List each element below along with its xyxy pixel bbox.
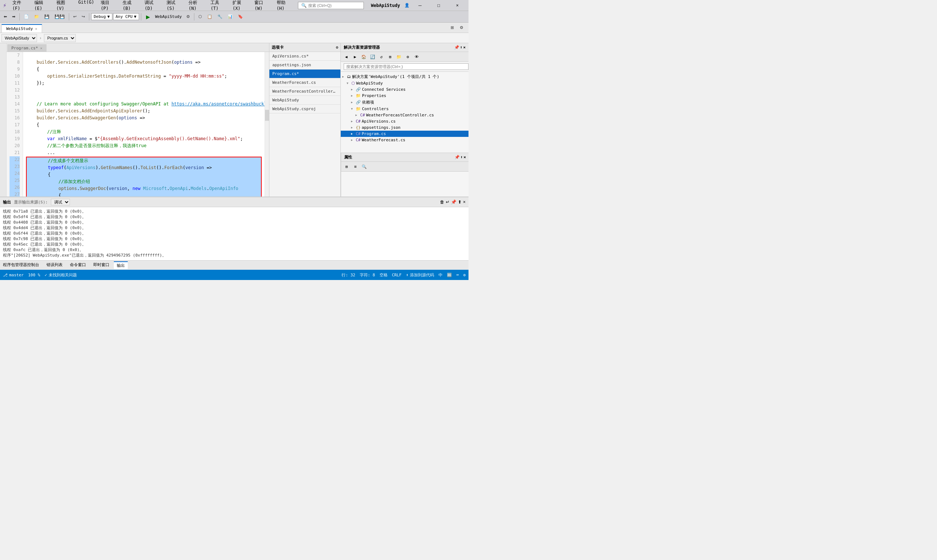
search-input[interactable] (308, 3, 356, 8)
solution-search-input[interactable] (344, 63, 469, 70)
search-box[interactable]: 🔍 (298, 2, 364, 9)
prop-search-btn[interactable]: 🔍 (360, 163, 368, 171)
git-status[interactable]: ⎇ master (3, 273, 24, 277)
menu-analyze[interactable]: 分析(N) (186, 0, 207, 12)
menu-git[interactable]: Git(G) (75, 0, 97, 12)
add-to-source-btn[interactable]: ⬆ 添加到源代码 (406, 272, 434, 278)
tree-apiversions[interactable]: ▶ C# ApiVersions.cs (341, 118, 469, 125)
run-button[interactable]: ▶ (143, 13, 153, 20)
sol-filter-btn[interactable]: ⊞ (386, 53, 394, 61)
tab-program-close[interactable]: ✕ (40, 46, 43, 50)
sol-all-files-btn[interactable]: 📁 (395, 53, 403, 61)
right-tab-webapistudyitem[interactable]: WebApiStudy (269, 96, 340, 105)
maximize-button[interactable]: □ (431, 0, 447, 11)
toolbar-undo[interactable]: ↩ (71, 13, 79, 20)
menu-edit[interactable]: 编辑(E) (31, 0, 53, 12)
toolbar-misc1[interactable]: ⬡ (196, 13, 204, 20)
sol-sync-btn[interactable]: 🔄 (369, 53, 377, 61)
toolbar-open[interactable]: 📁 (32, 13, 42, 20)
tree-weatherforecastcontroller[interactable]: ▶ C# WeatherForecastController.cs (341, 112, 469, 118)
menu-window[interactable]: 窗口(W) (251, 0, 273, 12)
tree-project-webapistudyitem[interactable]: ▼ ⬡ WebApiStudy (341, 80, 469, 86)
tab-webapStudy[interactable]: WebApiStudy ✕ (2, 24, 42, 32)
tree-properties[interactable]: ▶ 📁 Properties (341, 92, 469, 99)
menu-project[interactable]: 项目(P) (98, 0, 119, 12)
menu-help[interactable]: 帮助(H) (274, 0, 295, 12)
output-wrap-btn[interactable]: ↵ (446, 200, 449, 205)
right-tab-webapistudycsproj[interactable]: WebApiStudy.csproj (269, 105, 340, 114)
toolbar-redo[interactable]: ↪ (79, 13, 87, 20)
prop-expand-icon[interactable]: ⬆ (460, 155, 463, 160)
menu-file[interactable]: 文件(F) (9, 0, 31, 12)
minimap-scrollbar[interactable] (265, 52, 269, 197)
cpu-config-dropdown[interactable]: Any CPU ▼ (113, 13, 139, 20)
attach-button[interactable]: ⚙ (184, 13, 192, 20)
output-source-dropdown[interactable]: 调试 (51, 199, 70, 205)
toolbar-misc4[interactable]: 📊 (225, 13, 235, 20)
code-lines[interactable]: builder.Services.AddControllers().AddNew… (23, 52, 265, 197)
output-pin-btn[interactable]: 📌 (451, 200, 456, 205)
prop-pin-icon[interactable]: 📌 (455, 155, 460, 160)
pin-icon[interactable]: 📌 (454, 45, 459, 50)
split-view-btn[interactable]: ⊞ (448, 24, 456, 31)
prop-grid-btn[interactable]: ⊞ (343, 163, 351, 171)
member-dropdown[interactable]: Program.cs (44, 34, 76, 42)
menu-debug[interactable]: 调试(D) (142, 0, 163, 12)
toolbar-back[interactable]: ⬅ (2, 13, 9, 20)
prop-close-icon[interactable]: × (463, 155, 466, 160)
menu-test[interactable]: 测试(S) (164, 0, 185, 12)
tab-close-webapi[interactable]: ✕ (35, 27, 37, 31)
settings-btn[interactable]: ⚙ (457, 24, 466, 31)
toolbar-save[interactable]: 💾 (42, 13, 52, 20)
menu-tools[interactable]: 工具(T) (208, 0, 229, 12)
menu-build[interactable]: 生成(B) (120, 0, 141, 12)
sol-home-btn[interactable]: 🏠 (360, 53, 368, 61)
sol-back-btn[interactable]: ◀ (342, 53, 350, 61)
right-tab-program[interactable]: Program.cs* (269, 69, 340, 78)
tree-solution-root[interactable]: ▶ 🗂 解决方案'WebApiStudy'(1 个项目/共 1 个) (341, 73, 469, 80)
menu-extensions[interactable]: 扩展(X) (229, 0, 251, 12)
prop-list-btn[interactable]: ≡ (351, 163, 359, 171)
tab-program-cs[interactable]: Program.cs* ✕ (7, 44, 46, 52)
right-tab-apiversions[interactable]: ApiVersions.cs* (269, 52, 340, 61)
tree-dependencies[interactable]: ▶ 🔗 依赖项 (341, 99, 469, 106)
sol-preview-btn[interactable]: 👁 (412, 53, 420, 61)
out-tab-command[interactable]: 命令窗口 (67, 262, 89, 269)
toolbar-new[interactable]: 📄 (22, 13, 31, 20)
debug-config-dropdown[interactable]: Debug ▼ (91, 13, 112, 20)
out-tab-error-list[interactable]: 错误列表 (43, 262, 66, 269)
sol-settings-btn[interactable]: ⚙ (404, 53, 412, 61)
toolbar-misc2[interactable]: 📋 (205, 13, 214, 20)
close-icon[interactable]: × (463, 45, 466, 50)
menu-view[interactable]: 视图(V) (54, 0, 75, 12)
out-tab-immediate[interactable]: 即时窗口 (91, 262, 112, 269)
tree-program-cs[interactable]: ▶ C# Program.cs (341, 131, 469, 137)
tree-controllers-folder[interactable]: ▼ 📁 Controllers (341, 106, 469, 112)
file-dropdown[interactable]: WebApiStudy (2, 34, 37, 42)
right-tab-appsettings[interactable]: appsettings.json (269, 61, 340, 69)
toolbar-forward[interactable]: ➡ (10, 13, 18, 20)
out-tab-output[interactable]: 输出 (114, 262, 128, 269)
right-tab-weatherforecastcontroller[interactable]: WeatherForecastController.cs (269, 87, 340, 96)
out-tab-package-manager[interactable]: 程序包管理器控制台 (0, 262, 42, 269)
toolbar-bookmark[interactable]: 🔖 (236, 13, 245, 20)
sol-forward-btn[interactable]: ▶ (351, 53, 359, 61)
scroll-thumb[interactable] (265, 110, 269, 121)
tree-connected-services[interactable]: ▶ 🔗 Connected Services (341, 86, 469, 92)
minimize-button[interactable]: ─ (412, 0, 428, 11)
output-close-btn[interactable]: × (463, 200, 466, 205)
right-panel-settings-icon[interactable]: ⚙ (335, 45, 338, 50)
settings-icon-status[interactable]: ⚙ (463, 273, 466, 277)
no-issues-status[interactable]: ✓ 未找到相关问题 (45, 272, 77, 278)
tree-appsettings[interactable]: ▶ {} appsettings.json (341, 125, 469, 131)
output-expand-btn[interactable]: ⬆ (458, 200, 462, 205)
toolbar-saveall[interactable]: 💾💾 (52, 13, 67, 20)
right-tab-weatherforecast[interactable]: WeatherForecast.cs (269, 78, 340, 87)
toolbar-misc3[interactable]: 🔧 (215, 13, 225, 20)
sol-refresh-btn[interactable]: ↺ (377, 53, 385, 61)
solution-explorer-pane: 解决方案资源管理器 📌 ⬆ × ◀ ▶ 🏠 🔄 ↺ ⊞ 📁 ⚙ 👁 ▶ (340, 43, 469, 197)
tree-weatherforecast-cs[interactable]: ▶ C# WeatherForecast.cs (341, 137, 469, 143)
output-clear-btn[interactable]: 🗑 (440, 200, 444, 205)
expand-icon[interactable]: ⬆ (460, 45, 463, 50)
close-button[interactable]: × (449, 0, 466, 11)
